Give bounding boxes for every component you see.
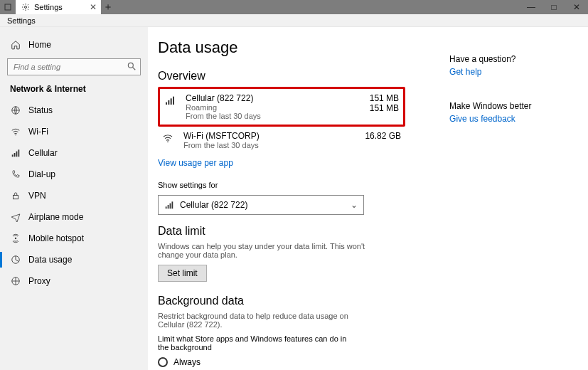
- right-panel: Have a question? Get help Make Windows b…: [449, 38, 567, 370]
- sidebar-item-proxy[interactable]: Proxy: [7, 270, 141, 292]
- proxy-icon: [10, 276, 21, 286]
- page-title: Data usage: [158, 38, 405, 57]
- app-header-label: Settings: [7, 16, 36, 25]
- sidebar-item-datausage[interactable]: Data usage: [7, 249, 141, 270]
- tab-settings[interactable]: Settings ✕: [16, 0, 101, 14]
- svg-rect-9: [18, 149, 20, 157]
- sidebar-item-label: VPN: [28, 191, 46, 201]
- show-settings-select[interactable]: Cellular (822 722) ⌄: [158, 195, 364, 215]
- sidebar-item-airplane[interactable]: Airplane mode: [7, 206, 141, 228]
- sidebar-item-label: Proxy: [28, 276, 50, 286]
- datalimit-desc: Windows can help you stay under your dat…: [158, 242, 371, 259]
- sidebar-section-title: Network & Internet: [10, 84, 141, 94]
- vpn-icon: [10, 191, 21, 201]
- gear-icon: [21, 3, 30, 11]
- sidebar-home[interactable]: Home: [7, 34, 141, 56]
- svg-line-3: [133, 68, 136, 70]
- hotspot-icon: [10, 233, 21, 243]
- back-button[interactable]: [0, 0, 16, 14]
- svg-rect-22: [172, 201, 173, 208]
- sidebar-item-label: Mobile hotspot: [28, 233, 84, 243]
- svg-rect-7: [14, 153, 16, 157]
- wifi-icon: [10, 127, 21, 137]
- svg-rect-17: [173, 97, 174, 105]
- usage-row-cellular[interactable]: Cellular (822 722) Roaming From the last…: [160, 89, 403, 125]
- datausage-icon: [10, 255, 21, 265]
- usage-sub1: Roaming: [186, 103, 341, 112]
- usage-sub2: From the last 30 days: [186, 112, 341, 120]
- svg-point-1: [25, 6, 27, 9]
- usage-sub2: From the last 30 days: [183, 141, 343, 149]
- overview-heading: Overview: [158, 70, 405, 83]
- usage-value: 151 MB: [349, 93, 399, 103]
- close-button[interactable]: ✕: [565, 0, 588, 14]
- sidebar-item-label: Wi-Fi: [28, 127, 48, 137]
- tab-label: Settings: [34, 3, 63, 11]
- svg-rect-14: [166, 102, 167, 105]
- sidebar: Home Network & Internet Status Wi-Fi Cel…: [0, 27, 148, 370]
- search-box[interactable]: [7, 58, 141, 75]
- bg-desc: Restrict background data to help reduce …: [158, 312, 371, 329]
- tab-close-icon[interactable]: ✕: [90, 2, 97, 12]
- svg-rect-20: [168, 205, 169, 208]
- bg-heading: Background data: [158, 295, 405, 307]
- sidebar-item-status[interactable]: Status: [7, 100, 141, 121]
- sidebar-item-wifi[interactable]: Wi-Fi: [7, 121, 141, 142]
- usage-value2: 151 MB: [349, 103, 399, 113]
- globe-icon: [10, 105, 21, 115]
- cellular-icon: [10, 148, 21, 158]
- sidebar-item-hotspot[interactable]: Mobile hotspot: [7, 228, 141, 249]
- usage-name: Cellular (822 722): [186, 93, 341, 103]
- dialup-icon: [10, 169, 21, 179]
- better-heading: Make Windows better: [449, 101, 567, 111]
- sidebar-item-label: Airplane mode: [28, 212, 83, 222]
- show-settings-value: Cellular (822 722): [180, 200, 247, 210]
- chevron-down-icon: ⌄: [351, 200, 358, 210]
- cellular-icon: [164, 200, 174, 210]
- sidebar-item-dialup[interactable]: Dial-up: [7, 164, 141, 185]
- sidebar-item-label: Data usage: [28, 255, 72, 265]
- usage-value: 16.82 GB: [351, 131, 401, 141]
- airplane-icon: [10, 212, 21, 222]
- minimize-button[interactable]: —: [520, 0, 542, 14]
- svg-rect-8: [16, 152, 18, 157]
- maximize-button[interactable]: □: [542, 0, 565, 14]
- search-input[interactable]: [7, 58, 141, 75]
- wifi-icon: [162, 131, 175, 144]
- usage-row-wifi[interactable]: Wi-Fi (MSFTCORP) From the last 30 days 1…: [158, 127, 405, 154]
- svg-rect-21: [170, 204, 171, 209]
- svg-point-5: [15, 134, 16, 135]
- question-heading: Have a question?: [449, 54, 567, 64]
- feedback-link[interactable]: Give us feedback: [449, 114, 515, 124]
- show-settings-label: Show settings for: [158, 181, 405, 189]
- sidebar-item-label: Dial-up: [28, 169, 55, 179]
- svg-point-18: [167, 142, 169, 143]
- cellular-icon: [164, 93, 177, 106]
- sidebar-item-label: Cellular: [28, 148, 58, 158]
- app-header: Settings: [0, 14, 588, 27]
- sidebar-item-vpn[interactable]: VPN: [7, 185, 141, 206]
- view-per-app-link[interactable]: View usage per app: [158, 158, 233, 168]
- datalimit-heading: Data limit: [158, 225, 405, 238]
- radio-icon: [158, 357, 168, 367]
- get-help-link[interactable]: Get help: [449, 67, 481, 77]
- bg-limit-label: Limit what Store apps and Windows featur…: [158, 334, 357, 352]
- svg-rect-19: [166, 206, 167, 208]
- content: Data usage Overview Cellular (822 722) R…: [158, 38, 405, 370]
- svg-point-11: [15, 238, 16, 239]
- svg-rect-10: [14, 195, 18, 199]
- svg-rect-15: [168, 100, 169, 105]
- set-limit-button[interactable]: Set limit: [158, 265, 207, 282]
- new-tab-button[interactable]: ＋: [101, 0, 115, 14]
- radio-always-row[interactable]: Always: [158, 357, 405, 367]
- highlighted-usage-cellular: Cellular (822 722) Roaming From the last…: [158, 87, 405, 127]
- usage-name: Wi-Fi (MSFTCORP): [183, 131, 343, 141]
- svg-rect-6: [12, 154, 14, 157]
- svg-point-2: [128, 63, 133, 68]
- svg-rect-16: [171, 98, 172, 105]
- radio-always-label: Always: [173, 357, 201, 367]
- sidebar-item-label: Status: [28, 105, 53, 115]
- svg-rect-0: [5, 4, 11, 10]
- search-icon: [127, 61, 137, 71]
- sidebar-item-cellular[interactable]: Cellular: [7, 142, 141, 164]
